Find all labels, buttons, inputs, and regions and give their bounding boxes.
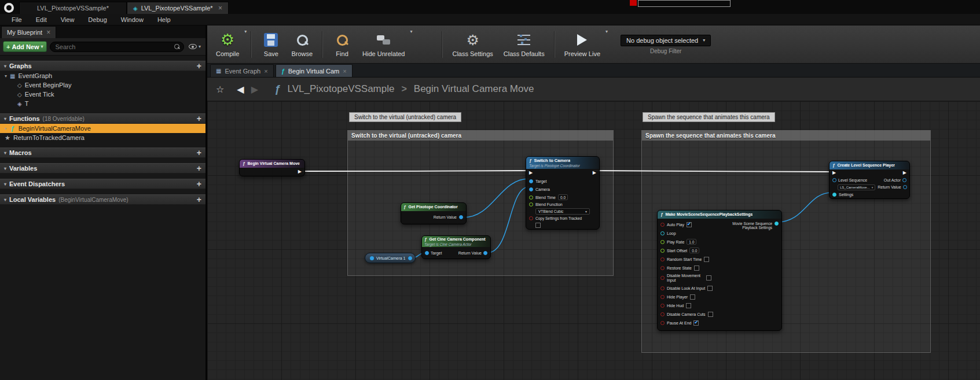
add-new-button[interactable]: + Add New ▾ (3, 41, 47, 52)
disable-movement-input-checkbox[interactable]: ✔ (706, 275, 711, 281)
graphs-section-header[interactable]: ▾ Graphs + (0, 61, 205, 71)
expander-icon[interactable]: ▾ (5, 73, 7, 79)
menu-help[interactable]: Help (151, 14, 178, 25)
tree-item-eventgraph[interactable]: ▾ ▦ EventGraph (0, 71, 205, 80)
tree-item-event-t[interactable]: ◈ T (0, 99, 205, 108)
view-options-button[interactable]: ▾ (187, 44, 203, 49)
macros-section-header[interactable]: ▾ Macros + (0, 147, 205, 158)
menu-file[interactable]: File (5, 14, 29, 25)
comment-box-title[interactable]: Switch to the virtual (untracked) camera (348, 131, 613, 141)
compile-button[interactable]: ⚙ Compile (211, 29, 244, 60)
hide-unrelated-chevron-icon[interactable]: ▾ (410, 29, 412, 34)
bool-pin[interactable] (660, 257, 665, 261)
comment-bubble[interactable]: Switch to the virtual (untracked) camera (349, 112, 461, 122)
add-variable-button[interactable]: + (197, 164, 201, 172)
find-button[interactable]: Find (327, 29, 357, 60)
camera-pin[interactable] (529, 187, 533, 191)
menu-view[interactable]: View (54, 14, 82, 25)
preview-live-chevron-icon[interactable]: ▾ (605, 29, 608, 34)
local-variables-section-header[interactable]: ▾ Local Variables (BeginVirtualCameraMov… (0, 194, 205, 205)
node-begin-virtual-camera-move[interactable]: ƒ Begin Virtual Camera Move ▶ (239, 159, 305, 176)
menu-edit[interactable]: Edit (29, 14, 54, 25)
tree-item-return-to-tracked-camera[interactable]: ★ ReturnToTrackedCamera (0, 133, 205, 142)
menu-debug[interactable]: Debug (81, 14, 113, 25)
favorite-star-icon[interactable]: ☆ (216, 84, 224, 95)
back-arrow-icon[interactable]: ◀ (237, 84, 244, 95)
level-sequence-pin[interactable] (832, 178, 836, 182)
compile-options-chevron-icon[interactable]: ▾ (244, 29, 247, 34)
copy-settings-checkbox[interactable]: ✔ (535, 223, 541, 228)
bool-pin[interactable] (660, 223, 665, 227)
add-event-dispatcher-button[interactable]: + (197, 180, 201, 188)
settings-pin[interactable] (832, 193, 836, 197)
comment-box-title[interactable]: Spawn the sequence that animates this ca… (642, 131, 930, 141)
tree-item-event-tick[interactable]: ◇ Event Tick (0, 90, 205, 99)
add-local-variable-button[interactable]: + (197, 195, 201, 204)
exec-input-pin[interactable]: ▶ (529, 171, 533, 175)
hide-unrelated-button[interactable]: Hide Unrelated (357, 29, 410, 60)
browse-button[interactable]: Browse (286, 29, 318, 60)
node-get-pixotope-coordinator[interactable]: ƒ Get Pixotope Coordinator Return Value (401, 202, 467, 224)
bool-pin[interactable] (660, 266, 665, 270)
return-value-pin[interactable] (903, 185, 907, 189)
tree-item-event-beginplay[interactable]: ◇ Event BeginPlay (0, 80, 205, 90)
float-pin[interactable] (660, 249, 665, 253)
blend-time-value[interactable]: 0.0 (558, 194, 568, 200)
add-graph-button[interactable]: + (197, 62, 201, 70)
settings-output-pin[interactable] (775, 222, 779, 226)
search-box[interactable] (50, 42, 184, 52)
return-value-pin[interactable] (483, 251, 487, 255)
disable-camera-cuts-checkbox[interactable]: ✔ (708, 312, 713, 317)
node-switch-to-camera[interactable]: ƒ Switch to Camera Target is Pixotope Co… (526, 156, 600, 230)
auto-play-checkbox[interactable]: ✔ (687, 222, 692, 227)
my-blueprint-tab[interactable]: My Blueprint × (1, 26, 56, 38)
variable-output-pin[interactable] (408, 256, 412, 260)
save-button[interactable]: Save (256, 29, 286, 60)
bool-pin[interactable] (660, 286, 665, 290)
close-icon[interactable]: × (343, 68, 346, 75)
document-tab-inactive[interactable]: LVL_PixotopeVSSample* (19, 2, 127, 14)
start-offset-value[interactable]: 0.0 (689, 248, 699, 253)
tree-item-begin-virtual-camera-move[interactable]: ● ƒ BeginVirtualCameraMove (0, 124, 205, 133)
forward-arrow-icon[interactable]: ▶ (251, 84, 258, 95)
hide-hud-checkbox[interactable]: ✔ (686, 303, 691, 308)
titlebar-input-box[interactable] (638, 0, 731, 7)
level-sequence-asset-dropdown[interactable]: LS_CameraMove... ▾ (838, 185, 875, 190)
node-virtual-camera-variable[interactable]: VirtualCamera 1 (365, 253, 416, 263)
restore-state-checkbox[interactable]: ✔ (694, 265, 699, 271)
close-icon[interactable]: × (218, 5, 222, 12)
float-pin[interactable] (660, 240, 665, 244)
preview-live-button[interactable]: Preview Live (559, 29, 605, 60)
random-start-time-checkbox[interactable]: ✔ (704, 257, 709, 262)
blend-function-pin[interactable] (529, 202, 533, 206)
bool-pin[interactable] (660, 321, 665, 325)
document-tab-active[interactable]: ◈ LVL_PixotopeVSSample* × (127, 2, 229, 14)
tab-event-graph[interactable]: ▦ Event Graph × (210, 64, 274, 77)
search-input[interactable] (50, 43, 183, 50)
hide-player-checkbox[interactable]: ✔ (690, 294, 695, 300)
exec-output-pin[interactable]: ▶ (593, 171, 596, 175)
disable-look-at-input-checkbox[interactable]: ✔ (707, 286, 713, 291)
unreal-logo-icon[interactable] (4, 3, 14, 13)
node-make-playback-settings[interactable]: ƒ Make MovieSceneSequencePlaybackSetting… (657, 210, 782, 331)
blend-time-pin[interactable] (529, 195, 533, 200)
copy-settings-pin[interactable] (529, 216, 533, 220)
debug-object-select[interactable]: No debug object selected ▾ (621, 35, 711, 46)
exec-output-pin[interactable]: ▶ (298, 169, 302, 174)
comment-bubble[interactable]: Spawn the sequence that animates this ca… (643, 112, 775, 122)
target-pin[interactable] (425, 251, 429, 255)
pause-at-end-checkbox[interactable]: ✔ (693, 320, 699, 326)
out-actor-pin[interactable] (902, 178, 906, 182)
event-dispatchers-section-header[interactable]: ▾ Event Dispatchers + (0, 179, 205, 189)
node-get-cine-camera-component[interactable]: ƒ Get Cine Camera Component Target is Ci… (421, 235, 491, 259)
struct-pin[interactable] (660, 231, 665, 235)
functions-section-header[interactable]: ▾ Functions (18 Overridable) + (0, 113, 205, 124)
bool-pin[interactable] (660, 295, 665, 299)
exec-output-pin[interactable]: ▶ (903, 171, 906, 175)
menu-window[interactable]: Window (114, 14, 151, 25)
node-create-level-sequence-player[interactable]: ƒ Create Level Sequence Player ▶ ▶ Level… (829, 161, 910, 199)
close-icon[interactable]: × (46, 29, 50, 36)
close-icon[interactable]: × (264, 68, 267, 75)
bool-pin[interactable] (660, 304, 665, 308)
breadcrumb-root[interactable]: LVL_PixotopeVSSample (288, 83, 395, 95)
